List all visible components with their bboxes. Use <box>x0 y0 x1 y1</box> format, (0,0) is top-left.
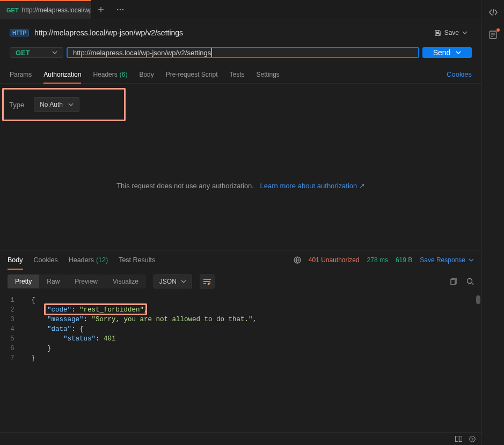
tab-authorization[interactable]: Authorization <box>43 65 81 83</box>
request-subtabs: Params Authorization Headers(6) Body Pre… <box>0 65 481 84</box>
view-visualize[interactable]: Visualize <box>105 275 146 288</box>
tab-settings[interactable]: Settings <box>257 65 280 83</box>
chevron-down-icon <box>456 51 461 54</box>
view-pretty[interactable]: Pretty <box>8 275 39 288</box>
network-icon[interactable] <box>294 256 301 264</box>
chevron-down-icon <box>181 280 186 283</box>
status-code: 401 Unauthorized <box>309 256 360 264</box>
right-rail <box>481 0 504 445</box>
line-wrap-button[interactable] <box>200 274 215 289</box>
svg-rect-5 <box>451 279 455 285</box>
tab-title: http://melapress.local/wp <box>22 6 91 14</box>
code-snippet-icon[interactable] <box>488 8 498 17</box>
response-time: 278 ms <box>367 256 388 264</box>
search-icon[interactable] <box>466 278 474 285</box>
response-status: 401 Unauthorized 278 ms 619 B Save Respo… <box>294 256 474 264</box>
tab-tests[interactable]: Tests <box>229 65 244 83</box>
auth-empty-message: This request does not use any authorizat… <box>0 121 481 250</box>
save-response-button[interactable]: Save Response <box>420 256 474 264</box>
view-mode-segmented: Pretty Raw Preview Visualize <box>8 275 146 288</box>
response-size: 619 B <box>396 256 412 264</box>
copy-icon[interactable] <box>450 278 458 285</box>
auth-type-label: Type <box>9 101 24 109</box>
url-row: GET http://melapress.local/wp-json/wp/v2… <box>0 43 481 65</box>
auth-type-highlight: Type No Auth <box>2 88 126 121</box>
request-header: HTTP http://melapress.local/wp-json/wp/v… <box>0 19 481 43</box>
response-tab-cookies[interactable]: Cookies <box>34 250 58 270</box>
auth-type-select[interactable]: No Auth <box>34 97 79 112</box>
url-input[interactable]: http://melapress.local/wp-json/wp/v2/set… <box>67 47 419 58</box>
tab-params[interactable]: Params <box>10 65 32 83</box>
auth-type-value: No Auth <box>40 101 63 108</box>
auth-section: Type No Auth <box>0 84 481 121</box>
wrap-icon <box>203 278 211 285</box>
svg-point-1 <box>120 9 121 10</box>
response-tabs: Body Cookies Headers(12) Test Results 40… <box>0 250 481 270</box>
view-raw[interactable]: Raw <box>39 275 67 288</box>
save-label: Save <box>444 29 459 36</box>
status-bar: ? <box>0 432 481 445</box>
view-preview[interactable]: Preview <box>67 275 105 288</box>
scrollbar-thumb[interactable] <box>476 295 480 304</box>
format-value: JSON <box>159 278 177 285</box>
response-view-row: Pretty Raw Preview Visualize JSON <box>0 270 481 293</box>
svg-rect-8 <box>459 436 462 442</box>
chevron-down-icon <box>52 51 57 54</box>
save-button[interactable]: Save <box>430 27 472 39</box>
svg-point-2 <box>122 9 124 10</box>
send-label: Send <box>433 48 451 57</box>
chevron-down-icon <box>469 258 474 262</box>
chevron-down-icon <box>462 31 468 34</box>
svg-text:?: ? <box>471 437 474 442</box>
tab-prerequest[interactable]: Pre-request Script <box>166 65 218 83</box>
notification-dot-icon <box>496 28 500 32</box>
chevron-down-icon <box>68 103 74 106</box>
send-button[interactable]: Send <box>422 47 472 58</box>
svg-rect-7 <box>455 436 458 442</box>
response-panel: Body Cookies Headers(12) Test Results 40… <box>0 250 481 384</box>
request-tab[interactable]: GET http://melapress.local/wp <box>0 0 91 19</box>
response-tab-body[interactable]: Body <box>8 250 23 270</box>
svg-point-0 <box>117 9 119 10</box>
new-tab-button[interactable] <box>91 0 111 19</box>
tab-body[interactable]: Body <box>139 65 154 83</box>
auth-message-text: This request does not use any authorizat… <box>116 182 254 190</box>
cookies-link[interactable]: Cookies <box>447 70 472 78</box>
url-value: http://melapress.local/wp-json/wp/v2/set… <box>73 49 211 57</box>
save-icon <box>434 29 441 36</box>
tab-overflow-button[interactable] <box>111 0 130 19</box>
documentation-icon[interactable] <box>488 30 498 40</box>
panel-layout-icon[interactable] <box>455 435 462 443</box>
method-value: GET <box>16 49 30 57</box>
tab-headers[interactable]: Headers(6) <box>93 65 127 83</box>
http-badge-icon: HTTP <box>10 29 29 36</box>
format-select[interactable]: JSON <box>154 275 192 288</box>
response-tab-testresults[interactable]: Test Results <box>119 250 155 270</box>
tab-method: GET <box>6 7 19 13</box>
response-body-code[interactable]: 1{ 2 "code": "rest_forbidden", 3 "messag… <box>0 293 481 384</box>
request-title: http://melapress.local/wp-json/wp/v2/set… <box>34 28 425 37</box>
help-icon[interactable]: ? <box>469 435 476 443</box>
response-tab-headers[interactable]: Headers(12) <box>69 250 108 270</box>
auth-learn-more-link[interactable]: Learn more about authorization ↗ <box>260 182 365 190</box>
method-select[interactable]: GET <box>10 47 63 58</box>
tab-strip: GET http://melapress.local/wp <box>0 0 481 19</box>
svg-point-6 <box>468 279 472 284</box>
